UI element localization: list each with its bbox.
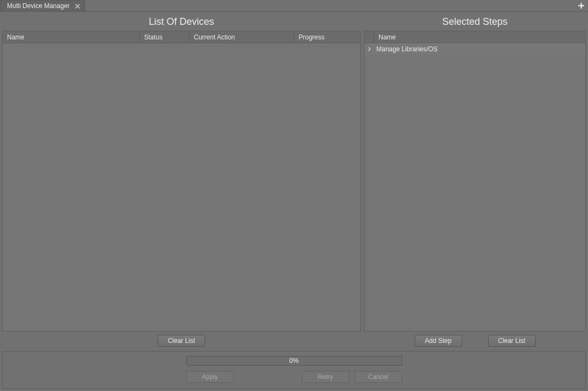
devices-panel-footer: Clear List xyxy=(2,332,361,349)
steps-grid-body[interactable]: Manage Libraries/OS xyxy=(364,43,585,331)
bottom-actions: Apply Retry Cancel xyxy=(186,371,402,383)
devices-clear-list-button[interactable]: Clear List xyxy=(158,335,205,347)
steps-col-expander xyxy=(364,31,374,43)
tab-multi-device-manager[interactable]: Multi Device Manager xyxy=(0,0,85,11)
devices-panel-title: List Of Devices xyxy=(2,14,361,31)
selected-steps-panel: Selected Steps Name Manage Libraries/OS xyxy=(364,14,586,349)
add-tab-button[interactable] xyxy=(576,0,586,11)
devices-col-progress[interactable]: Progress xyxy=(294,31,360,43)
devices-grid-header: Name Status Current Action Progress xyxy=(3,31,360,43)
devices-col-current-action[interactable]: Current Action xyxy=(190,31,294,43)
close-tab-icon[interactable] xyxy=(74,3,80,9)
steps-grid-header: Name xyxy=(364,31,585,43)
list-of-devices-panel: List Of Devices Name Status Current Acti… xyxy=(2,14,361,349)
apply-button[interactable]: Apply xyxy=(186,371,234,383)
retry-button[interactable]: Retry xyxy=(302,371,349,383)
devices-grid-body[interactable] xyxy=(3,43,360,331)
bottom-bar: 0% Apply Retry Cancel xyxy=(2,351,586,389)
steps-col-name[interactable]: Name xyxy=(374,31,585,43)
steps-row[interactable]: Manage Libraries/OS xyxy=(364,43,585,55)
devices-grid: Name Status Current Action Progress xyxy=(2,31,361,332)
steps-grid: Name Manage Libraries/OS xyxy=(364,31,586,332)
panels-row: List Of Devices Name Status Current Acti… xyxy=(2,14,586,349)
overall-progress-bar: 0% xyxy=(186,356,402,366)
steps-row-name: Manage Libraries/OS xyxy=(374,45,585,53)
tab-title: Multi Device Manager xyxy=(7,2,70,10)
steps-panel-title: Selected Steps xyxy=(364,14,586,31)
app-window: Multi Device Manager List Of Devices Nam… xyxy=(0,0,588,391)
content-area: List Of Devices Name Status Current Acti… xyxy=(0,12,588,391)
progress-text: 0% xyxy=(289,357,299,365)
tab-strip: Multi Device Manager xyxy=(0,0,588,12)
steps-panel-footer: Add Step Clear List xyxy=(364,332,586,349)
devices-col-name[interactable]: Name xyxy=(3,31,140,43)
chevron-right-icon[interactable] xyxy=(364,47,374,51)
devices-col-status[interactable]: Status xyxy=(140,31,190,43)
steps-clear-list-button[interactable]: Clear List xyxy=(488,335,536,347)
add-step-button[interactable]: Add Step xyxy=(415,335,462,347)
cancel-button[interactable]: Cancel xyxy=(355,371,402,383)
